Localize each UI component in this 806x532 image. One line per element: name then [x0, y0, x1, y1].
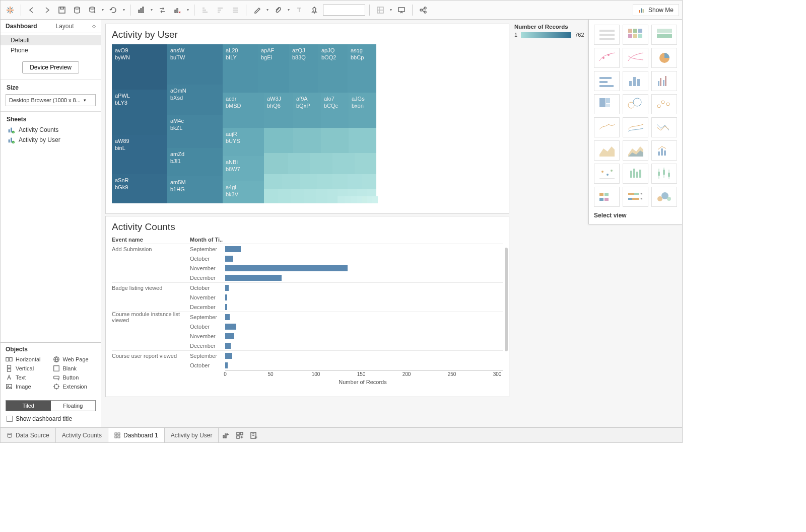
new-dashboard-tab-icon[interactable] — [233, 429, 247, 442]
treemap-cell[interactable] — [355, 153, 376, 174]
obj-text[interactable]: Text — [6, 374, 49, 381]
pause-updates-icon[interactable] — [86, 4, 99, 17]
show-me-thumb[interactable] — [651, 25, 677, 45]
show-me-thumb[interactable] — [623, 25, 648, 45]
tiled-option[interactable]: Tiled — [6, 401, 51, 411]
show-me-thumb[interactable] — [594, 48, 620, 68]
bottom-tab[interactable]: Activity by User — [165, 428, 219, 442]
tableau-logo-icon[interactable] — [4, 4, 17, 17]
treemap-cell[interactable] — [264, 189, 278, 203]
bar-row[interactable]: December — [112, 341, 503, 350]
clear-sheet-icon[interactable] — [171, 4, 184, 17]
bottom-tab[interactable]: Dashboard 1 — [108, 428, 165, 442]
treemap-cell[interactable] — [345, 196, 351, 203]
bar-row[interactable]: November — [112, 292, 503, 302]
fit-icon[interactable] — [374, 4, 387, 17]
attach-icon[interactable] — [272, 4, 285, 17]
show-me-button[interactable]: Show Me — [633, 4, 679, 16]
treemap-cell[interactable]: aOmNbXsd — [167, 85, 223, 115]
new-worksheet-icon[interactable] — [135, 4, 148, 17]
treemap-cell[interactable]: azQJb83Q — [289, 44, 318, 93]
treemap-panel[interactable]: Activity by User avO9byWNaPWLbLY3aW89bin… — [105, 24, 509, 214]
layout-phone[interactable]: Phone — [1, 45, 101, 55]
treemap-cell[interactable] — [316, 189, 327, 203]
treemap-cell[interactable]: aW89binL — [112, 135, 167, 174]
show-me-thumb[interactable] — [651, 164, 677, 184]
highlight-icon[interactable] — [250, 4, 263, 17]
undo-icon[interactable] — [25, 4, 38, 17]
treemap-cell[interactable]: apJQbOQ2 — [318, 44, 348, 93]
pin-icon[interactable] — [308, 4, 321, 17]
treemap-cell[interactable] — [348, 189, 357, 196]
dropdown-caret-icon[interactable]: ▾ — [389, 8, 393, 12]
treemap-cell[interactable]: asqgbbCp — [348, 44, 376, 93]
tiled-floating-toggle[interactable]: Tiled Floating — [6, 400, 96, 411]
tab-dashboard[interactable]: Dashboard — [1, 20, 51, 33]
bar-row[interactable]: December — [112, 302, 503, 312]
show-me-thumb[interactable] — [651, 94, 677, 114]
treemap-cell[interactable]: aJGsbxon — [349, 93, 376, 128]
show-me-thumb[interactable] — [623, 164, 648, 184]
device-preview-button[interactable]: Device Preview — [22, 61, 79, 73]
treemap-cell[interactable] — [348, 174, 362, 189]
bar-row[interactable]: October — [112, 254, 503, 263]
treemap-cell[interactable] — [351, 196, 357, 203]
sort-clear-icon[interactable] — [229, 4, 242, 17]
treemap-cell[interactable]: aW3JbhQ6 — [264, 93, 293, 128]
treemap-cell[interactable] — [349, 128, 376, 153]
show-me-thumb[interactable] — [623, 140, 648, 161]
show-me-thumb[interactable] — [594, 164, 620, 184]
dropdown-caret-icon[interactable]: ▾ — [150, 8, 154, 12]
sheet-activity-counts[interactable]: Activity Counts — [1, 125, 101, 135]
treemap-cell[interactable]: aSnRbGk9 — [112, 174, 167, 203]
new-datasource-icon[interactable] — [71, 4, 84, 17]
treemap-cell[interactable] — [332, 153, 355, 174]
layout-default[interactable]: Default — [1, 35, 101, 45]
show-me-thumb[interactable] — [594, 187, 620, 207]
bar-chart-rows[interactable]: Add SubmissionSeptemberOctoberNovemberDe… — [112, 244, 503, 370]
sort-desc-icon[interactable] — [214, 4, 227, 17]
treemap-cell[interactable]: ansWbuTW — [167, 44, 223, 85]
show-me-thumb[interactable] — [651, 48, 677, 68]
tab-layout[interactable]: Layout◇ — [51, 20, 101, 33]
sort-asc-icon[interactable] — [198, 4, 212, 17]
treemap-cell[interactable]: apAFbgEi — [258, 44, 289, 93]
show-me-thumb[interactable] — [623, 94, 648, 114]
treemap-cell[interactable]: aNBib8W7 — [223, 156, 264, 181]
treemap-cell[interactable]: aPWLbLY3 — [112, 90, 167, 135]
treemap-cell[interactable] — [282, 174, 300, 189]
treemap-cell[interactable] — [372, 196, 378, 203]
treemap-chart[interactable]: avO9byWNaPWLbLY3aW89binLaSnRbGk9ansWbuTW… — [112, 44, 376, 203]
treemap-cell[interactable] — [367, 189, 376, 196]
treemap-cell[interactable]: a4gLbk3V — [223, 181, 264, 203]
redo-icon[interactable] — [40, 4, 53, 17]
scrollbar[interactable] — [505, 248, 508, 351]
bar-row[interactable]: October — [112, 322, 503, 331]
new-story-tab-icon[interactable] — [247, 429, 261, 442]
show-me-thumb[interactable] — [651, 117, 677, 137]
bar-row[interactable]: December — [112, 273, 503, 282]
treemap-cell[interactable] — [264, 174, 282, 189]
show-me-thumb[interactable] — [623, 187, 648, 207]
treemap-cell[interactable]: am5Mb1HG — [167, 176, 223, 203]
show-me-thumb[interactable] — [651, 71, 677, 91]
treemap-cell[interactable]: amZdbJI1 — [167, 148, 223, 176]
bar-row[interactable]: October — [112, 360, 503, 370]
size-dropdown[interactable]: Desktop Browser (1000 x 8...▾ — [6, 94, 96, 106]
obj-image[interactable]: Image — [6, 383, 49, 390]
obj-blank[interactable]: Blank — [53, 365, 96, 372]
presentation-icon[interactable] — [395, 4, 408, 17]
treemap-cell[interactable] — [304, 189, 316, 203]
sheet-activity-by-user[interactable]: Activity by User — [1, 135, 101, 145]
treemap-cell[interactable]: acdrbMSD — [223, 93, 264, 128]
treemap-cell[interactable] — [291, 189, 304, 203]
show-me-thumb[interactable] — [594, 71, 620, 91]
treemap-cell[interactable] — [332, 174, 348, 189]
show-me-thumb[interactable] — [594, 140, 620, 161]
treemap-cell[interactable] — [264, 128, 293, 153]
color-legend[interactable]: Number of Records 1 762 — [514, 24, 584, 38]
treemap-cell[interactable] — [338, 196, 345, 203]
share-icon[interactable] — [417, 4, 430, 17]
show-me-thumb[interactable] — [651, 187, 677, 207]
show-me-thumb[interactable] — [594, 94, 620, 114]
